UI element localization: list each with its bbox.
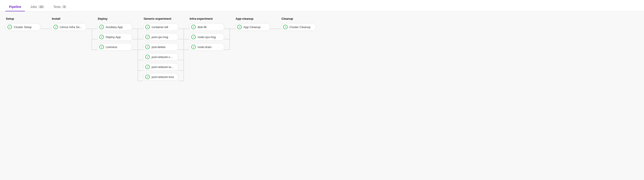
tab-jobs[interactable]: Jobs 16 [27, 3, 48, 11]
stage-title-cleanup: Cleanup [281, 17, 316, 20]
tests-badge: 0 [62, 5, 66, 9]
check-icon-litmus-infra-se: ✓ [54, 25, 58, 29]
jobs-list-generic-experiment: ✓container-kill✓pod-cpu-hog✓pod-delete✓p… [143, 23, 178, 81]
job-label-liveness: Liveness [106, 45, 117, 49]
jobs-list-deploy: ✓Auxiliary App✓Deploy App✓Liveness [97, 23, 132, 51]
job-label-cluster-setup: Cluster Setup [14, 25, 32, 29]
job-app-cleanup[interactable]: ✓App Cleanup [235, 23, 270, 31]
connector-generic-experiment-to-infra-experiment [178, 25, 189, 90]
job-label-auxiliary-app: Auxiliary App [106, 25, 123, 29]
job-pod-network-c[interactable]: ✓pod-network-c... [143, 53, 178, 61]
job-auxiliary-app[interactable]: ✓Auxiliary App [97, 23, 132, 31]
jobs-list-cleanup: ✓Cluster Cleanup [281, 23, 316, 31]
check-icon-liveness: ✓ [99, 45, 104, 49]
job-label-container-kill: container-kill [152, 25, 168, 29]
job-container-kill[interactable]: ✓container-kill [143, 23, 178, 31]
tab-tests[interactable]: Tests 0 [50, 3, 70, 11]
check-icon-pod-delete: ✓ [145, 45, 150, 49]
job-deploy-app[interactable]: ✓Deploy App [97, 33, 132, 41]
connector-setup-to-install [40, 25, 51, 37]
check-icon-app-cleanup: ✓ [237, 25, 242, 29]
stage-infra-experiment: Infra-experiment✓disk-fill✓node-cpu-hog✓… [189, 17, 224, 51]
job-label-node-cpu-hog: node-cpu-hog [198, 35, 216, 39]
job-label-pod-cpu-hog: pod-cpu-hog [152, 35, 168, 39]
job-node-cpu-hog[interactable]: ✓node-cpu-hog [189, 33, 224, 41]
job-litmus-infra-se[interactable]: ✓Litmus Infra Se... [51, 23, 86, 31]
job-node-drain[interactable]: ✓node-drain [189, 43, 224, 51]
job-pod-network-loss[interactable]: ✓pod-network-loss [143, 73, 178, 81]
stage-install: Install✓Litmus Infra Se... [51, 17, 86, 31]
stage-deploy: Deploy✓Auxiliary App✓Deploy App✓Liveness [97, 17, 132, 51]
jobs-list-infra-experiment: ✓disk-fill✓node-cpu-hog✓node-drain [189, 23, 224, 51]
connector-install-to-deploy [86, 25, 97, 58]
stages-container: Setup✓Cluster SetupInstall✓Litmus Infra … [6, 17, 638, 90]
job-liveness[interactable]: ✓Liveness [97, 43, 132, 51]
jobs-list-setup: ✓Cluster Setup [6, 23, 40, 31]
connector-app-cleanup-to-cleanup [270, 25, 281, 37]
check-icon-pod-cpu-hog: ✓ [145, 35, 150, 39]
job-label-pod-network-loss: pod-network-loss [152, 75, 174, 79]
job-label-deploy-app: Deploy App [106, 35, 121, 39]
stage-generic-experiment: Generic-experiment✓container-kill✓pod-cp… [143, 17, 178, 81]
stage-cleanup: Cleanup✓Cluster Cleanup [281, 17, 316, 31]
stage-setup: Setup✓Cluster Setup [6, 17, 40, 31]
job-cluster-cleanup[interactable]: ✓Cluster Cleanup [281, 23, 316, 31]
stage-title-generic-experiment: Generic-experiment [143, 17, 178, 20]
jobs-list-app-cleanup: ✓App Cleanup [235, 23, 270, 31]
job-cluster-setup[interactable]: ✓Cluster Setup [6, 23, 40, 31]
check-icon-container-kill: ✓ [145, 25, 150, 29]
check-icon-auxiliary-app: ✓ [99, 25, 104, 29]
job-label-pod-network-la: pod-network-la... [152, 65, 174, 69]
job-label-pod-network-c: pod-network-c... [152, 55, 173, 59]
stage-title-install: Install [51, 17, 86, 20]
check-icon-pod-network-la: ✓ [145, 65, 150, 69]
connector-deploy-to-generic-experiment [132, 25, 143, 90]
check-icon-deploy-app: ✓ [99, 35, 104, 39]
stage-app-cleanup: App-cleanup✓App Cleanup [235, 17, 270, 31]
job-label-cluster-cleanup: Cluster Cleanup [290, 25, 310, 29]
stage-title-setup: Setup [6, 17, 40, 20]
job-disk-fill[interactable]: ✓disk-fill [189, 23, 224, 31]
check-icon-cluster-setup: ✓ [8, 25, 12, 29]
job-pod-delete[interactable]: ✓pod-delete [143, 43, 178, 51]
jobs-list-install: ✓Litmus Infra Se... [51, 23, 86, 31]
connector-infra-experiment-to-app-cleanup [224, 25, 235, 58]
pipeline-view: Setup✓Cluster SetupInstall✓Litmus Infra … [0, 12, 644, 97]
job-label-disk-fill: disk-fill [198, 25, 206, 29]
job-label-litmus-infra-se: Litmus Infra Se... [60, 25, 82, 29]
check-icon-pod-network-loss: ✓ [145, 75, 150, 79]
job-pod-cpu-hog[interactable]: ✓pod-cpu-hog [143, 33, 178, 41]
jobs-badge: 16 [38, 5, 44, 9]
tab-pipeline[interactable]: Pipeline [6, 3, 25, 11]
job-label-pod-delete: pod-delete [152, 45, 166, 49]
check-icon-cluster-cleanup: ✓ [283, 25, 288, 29]
job-label-app-cleanup: App Cleanup [244, 25, 260, 29]
stage-title-deploy: Deploy [97, 17, 132, 20]
job-label-node-drain: node-drain [198, 45, 212, 49]
stage-title-app-cleanup: App-cleanup [235, 17, 270, 20]
job-pod-network-la[interactable]: ✓pod-network-la... [143, 63, 178, 71]
check-icon-node-cpu-hog: ✓ [191, 35, 196, 39]
check-icon-pod-network-c: ✓ [145, 55, 150, 59]
check-icon-node-drain: ✓ [191, 45, 196, 49]
top-navigation: Pipeline Jobs 16 Tests 0 [0, 0, 644, 12]
stage-title-infra-experiment: Infra-experiment [189, 17, 224, 20]
check-icon-disk-fill: ✓ [191, 25, 196, 29]
